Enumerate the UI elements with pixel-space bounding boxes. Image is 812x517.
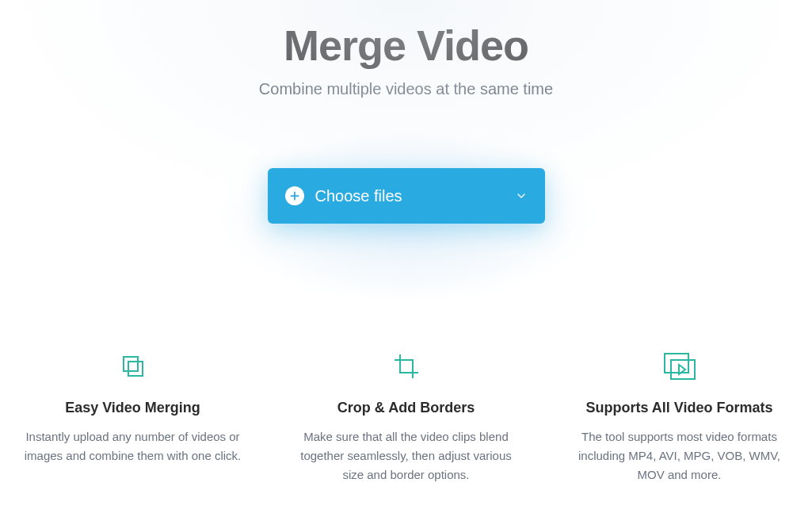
choose-files-button[interactable]: Choose files: [268, 168, 545, 224]
page-subtitle: Combine multiple videos at the same time: [0, 80, 812, 98]
feature-desc: Instantly upload any number of videos or…: [14, 427, 252, 465]
layers-icon: [14, 350, 252, 382]
svg-rect-0: [124, 357, 138, 371]
feature-title: Crop & Add Borders: [288, 400, 525, 416]
feature-easy-merging: Easy Video Merging Instantly upload any …: [14, 350, 252, 484]
features-row: Easy Video Merging Instantly upload any …: [0, 350, 812, 484]
feature-title: Easy Video Merging: [14, 400, 252, 416]
feature-desc: Make sure that all the video clips blend…: [288, 427, 525, 484]
play-box-icon: [561, 350, 799, 382]
feature-desc: The tool supports most video formats inc…: [561, 427, 799, 484]
svg-rect-3: [671, 360, 695, 379]
page-title: Merge Video: [0, 22, 812, 69]
feature-formats: Supports All Video Formats The tool supp…: [561, 350, 799, 484]
chevron-down-icon[interactable]: [515, 190, 528, 202]
feature-title: Supports All Video Formats: [561, 400, 799, 416]
svg-rect-1: [128, 362, 143, 376]
crop-icon: [288, 350, 525, 382]
hero-section: Merge Video Combine multiple videos at t…: [0, 0, 812, 224]
feature-crop-borders: Crop & Add Borders Make sure that all th…: [288, 350, 525, 484]
choose-files-wrapper: Choose files: [0, 168, 812, 224]
choose-files-label: Choose files: [315, 187, 515, 205]
plus-icon: [285, 186, 304, 205]
